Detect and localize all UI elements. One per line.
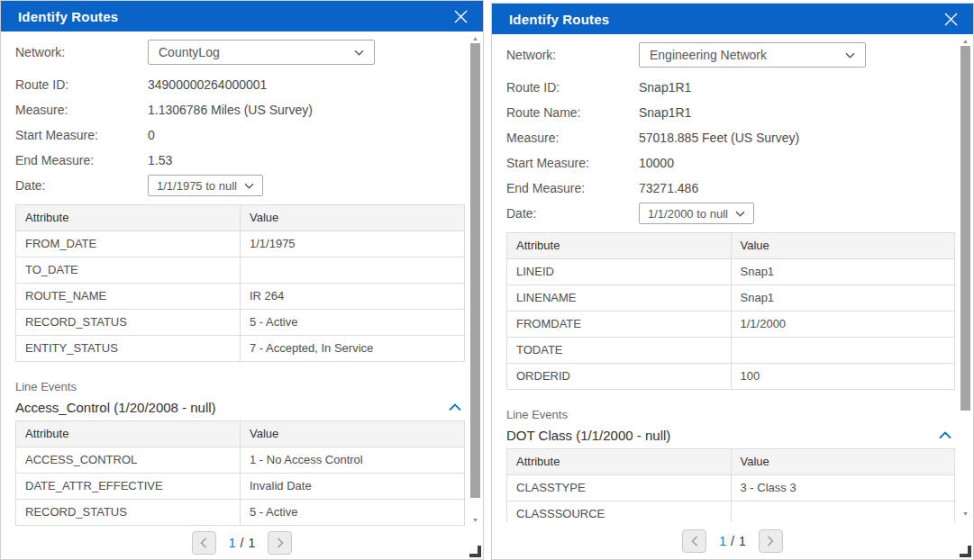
close-button[interactable] [449,5,472,28]
attribute-cell: RECORD_STATUS [16,500,241,526]
table-row[interactable]: CLASSTYPE3 - Class 3 [507,475,955,501]
close-button[interactable] [939,7,962,31]
chevron-right-icon [767,536,774,546]
column-header: Attribute [16,205,241,231]
attribute-cell: ENTITY_STATUS [16,336,241,362]
scrollbar-thumb[interactable] [960,46,970,411]
date-select[interactable]: 1/1/2000 to null [639,203,754,224]
column-header: Value [241,205,465,231]
table-row[interactable]: LINEIDSnap1 [507,259,955,285]
close-icon [454,10,468,23]
table-row[interactable]: FROM_DATE1/1/1975 [16,231,465,257]
measure-value: 57018.885 Feet (US Survey) [639,131,799,145]
chevron-up-icon [939,431,951,439]
network-select[interactable]: Engineering Network [639,42,866,68]
table-row[interactable]: ACCESS_CONTROL1 - No Access Control [16,447,465,474]
table-row[interactable]: ENTITY_STATUS7 - Accepted, In Service [16,336,465,362]
end-measure-value: 73271.486 [639,181,698,195]
attribute-cell: TO_DATE [16,257,241,284]
value-cell [731,501,955,523]
network-selected-value: CountyLog [159,45,220,59]
value-cell: 5 - Active [241,500,465,526]
scrollbar[interactable]: ▲ ▼ [959,35,972,519]
route-name-field-row: Route Name:Snap1R1 [506,100,955,125]
line-event-title: Access_Control (1/20/2008 - null) [15,400,216,415]
attribute-cell: CLASSTYPE [507,475,732,501]
start-measure-value: 10000 [639,156,674,170]
attribute-cell: ACCESS_CONTROL [16,447,241,474]
table-row[interactable]: FROMDATE1/1/2000 [507,312,955,338]
value-cell [241,257,465,284]
network-select[interactable]: CountyLog [148,40,375,65]
line-event-table: AttributeValueCLASSTYPE3 - Class 3CLASSS… [506,448,955,522]
end-measure-label: End Measure: [15,153,148,167]
table-header-row: AttributeValue [16,421,465,447]
next-page-button[interactable] [759,529,783,553]
attribute-cell: RECORD_STATUS [16,310,241,336]
chevron-down-icon [735,211,745,217]
line-events-label: Line Events [506,408,955,421]
line-events-label: Line Events [15,380,465,393]
value-cell: Snap1 [731,285,955,312]
route-attribute-table: AttributeValueLINEIDSnap1LINENAMESnap1FR… [506,232,955,390]
total-pages: 1 [739,534,746,548]
table-row[interactable]: ROUTE_NAMEIR 264 [16,284,465,310]
table-row[interactable]: RECORD_STATUS5 - Active [16,500,465,526]
resize-grip-icon[interactable] [960,546,971,557]
column-header: Attribute [16,421,241,447]
attribute-cell: LINEID [507,259,732,285]
date-select[interactable]: 1/1/1975 to null [148,175,263,196]
pagination: 1 / 1 [492,522,973,559]
end-measure-label: End Measure: [506,181,639,195]
line-event-table: AttributeValueACCESS_CONTROL1 - No Acces… [15,420,465,526]
chevron-up-icon [449,403,461,411]
scroll-down-icon[interactable]: ▼ [959,510,972,518]
chevron-down-icon [354,50,364,56]
date-label: Date: [506,206,639,221]
value-cell: 100 [731,364,955,390]
table-row[interactable]: CLASSSOURCE [507,501,955,523]
chevron-down-icon [735,211,745,217]
table-row[interactable]: TO_DATE [16,257,465,284]
prev-page-button[interactable] [192,531,216,555]
prev-page-button[interactable] [682,529,706,553]
column-header: Value [241,421,465,447]
table-row[interactable]: ORDERID100 [507,364,955,390]
scrollbar[interactable]: ▲ ▼ [469,32,482,526]
panel-header[interactable]: Identify Routes [492,4,973,34]
measure-label: Measure: [506,131,639,145]
network-selected-value: Engineering Network [650,48,767,62]
table-header-row: AttributeValue [507,233,955,259]
route-id-value: Snap1R1 [639,80,691,95]
identify-routes-panel: Identify Routes Network:Engineering Netw… [491,3,974,560]
resize-grip-icon[interactable] [469,546,481,557]
value-cell: 5 - Active [241,310,465,336]
table-row[interactable]: DATE_ATTR_EFFECTIVEInvalid Date [16,474,465,500]
panel-body: Network:Engineering NetworkRoute ID:Snap… [492,34,973,522]
page-indicator: 1 / 1 [719,534,745,548]
scroll-up-icon[interactable]: ▲ [959,37,972,45]
table-row[interactable]: LINENAMESnap1 [507,285,955,312]
scroll-up-icon[interactable]: ▲ [469,34,482,42]
collapse-button[interactable] [937,427,953,443]
value-cell: 7 - Accepted, In Service [241,336,465,362]
table-row[interactable]: TODATE [507,338,955,364]
scroll-down-icon[interactable]: ▼ [469,516,482,524]
line-event-header: Access_Control (1/20/2008 - null) [15,398,465,416]
total-pages: 1 [248,536,255,550]
measure-field-row: Measure:57018.885 Feet (US Survey) [506,125,955,150]
table-header-row: AttributeValue [16,205,465,231]
value-cell: 1/1/2000 [731,312,955,338]
scrollbar-thumb[interactable] [470,43,480,498]
route-attribute-table: AttributeValueFROM_DATE1/1/1975TO_DATERO… [15,204,465,362]
collapse-button[interactable] [447,399,463,415]
route-id-label: Route ID: [506,80,639,95]
next-page-button[interactable] [268,531,292,555]
measure-value: 1.1306786 Miles (US Survey) [148,103,313,117]
page-separator: / [731,534,734,548]
route-id-label: Route ID: [15,77,148,92]
value-cell: 1 - No Access Control [241,447,465,474]
panel-header[interactable]: Identify Routes [1,1,483,32]
fields-section: Network:Engineering NetworkRoute ID:Snap… [506,42,955,226]
table-row[interactable]: RECORD_STATUS5 - Active [16,310,465,336]
